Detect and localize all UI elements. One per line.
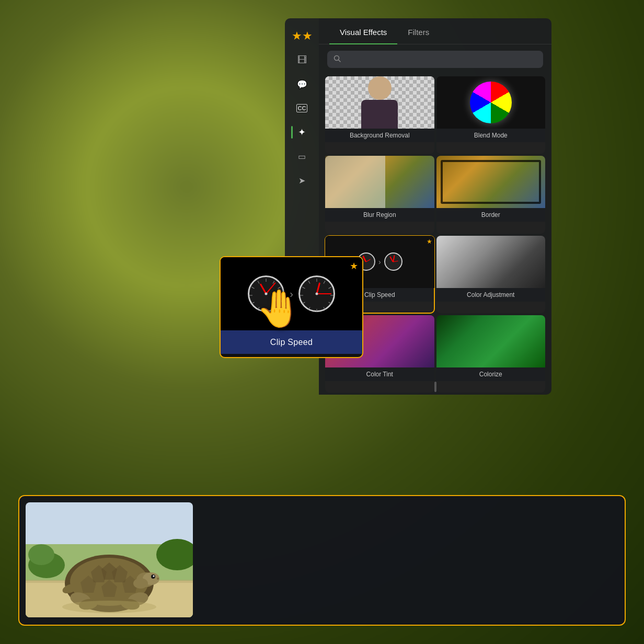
effect-label-color-tint: Color Tint: [325, 367, 434, 381]
arrow-icon: ➤: [298, 176, 305, 186]
effect-item-blur-region[interactable]: Blur Region: [325, 156, 434, 233]
svg-point-25: [62, 601, 156, 613]
wand-icon: ✦: [298, 126, 306, 138]
effect-item-color-adjustment[interactable]: Color Adjustment: [436, 236, 546, 313]
tab-visual-effects[interactable]: Visual Effects: [329, 18, 397, 44]
sidebar-item-media[interactable]: 🎞: [292, 50, 312, 70]
effect-item-border[interactable]: Border: [436, 156, 546, 233]
app-container: ★ 🎞 💬 CC ✦ ▭ ➤ Visual Effects Filters: [0, 0, 644, 644]
sidebar: ★ 🎞 💬 CC ✦ ▭ ➤: [285, 18, 319, 295]
sidebar-item-favorites[interactable]: ★: [292, 26, 312, 46]
search-icon: [334, 55, 341, 64]
rect-icon: ▭: [298, 152, 306, 162]
dragging-card-label: Clip Speed: [221, 330, 362, 354]
sidebar-item-captions[interactable]: CC: [292, 98, 312, 118]
dragging-star-badge: ★: [350, 260, 358, 272]
svg-point-17: [153, 576, 155, 577]
sidebar-item-motion[interactable]: ➤: [292, 170, 312, 190]
effect-label-blend-mode: Blend Mode: [436, 129, 546, 142]
effect-thumb-bg-removal: [325, 76, 434, 129]
effect-thumb-blur-region: [325, 156, 434, 208]
tab-filters[interactable]: Filters: [397, 18, 440, 44]
timeline-panel: [18, 495, 626, 626]
timeline-clip[interactable]: [26, 502, 193, 617]
svg-point-18: [157, 578, 159, 580]
hand-cursor-icon: 🤚: [256, 290, 302, 327]
sidebar-item-titles[interactable]: 💬: [292, 74, 312, 94]
clock-icon-2: [384, 252, 402, 271]
effect-label-colorize: Colorize: [436, 367, 546, 381]
effect-thumb-color-adjustment: [436, 236, 546, 288]
effect-label-border: Border: [436, 208, 546, 222]
effect-item-blend-mode[interactable]: Blend Mode: [436, 76, 546, 154]
cc-icon: CC: [296, 104, 308, 112]
sidebar-item-effects[interactable]: ✦: [292, 122, 312, 142]
effect-label-blur-region: Blur Region: [325, 208, 434, 222]
sidebar-item-transitions[interactable]: ▭: [292, 146, 312, 166]
color-wheel: [470, 82, 512, 123]
effect-label-color-adjustment: Color Adjustment: [436, 288, 546, 302]
tabs-bar: Visual Effects Filters: [319, 18, 551, 44]
effect-thumb-border: [436, 156, 546, 208]
svg-point-19: [133, 578, 148, 589]
effect-item-colorize[interactable]: Colorize: [436, 315, 546, 393]
effect-label-bg-removal: Background Removal: [325, 129, 434, 142]
search-input[interactable]: [345, 55, 537, 64]
tortoise-video-clip: [26, 502, 193, 617]
svg-point-28: [28, 544, 54, 565]
star-icon: ★: [292, 29, 313, 43]
effect-thumb-blend: [436, 76, 546, 129]
film-icon: 🎞: [297, 55, 307, 66]
arrow-between-icon: ›: [378, 258, 381, 266]
bubble-icon: 💬: [297, 79, 307, 89]
svg-line-1: [339, 60, 341, 62]
scroll-indicator: [434, 382, 436, 392]
search-input-wrap[interactable]: [327, 51, 543, 68]
search-bar: [319, 44, 551, 74]
effect-item-bg-removal[interactable]: Background Removal: [325, 76, 434, 154]
effect-thumb-colorize: [436, 315, 546, 367]
star-badge-icon: ★: [427, 238, 432, 245]
